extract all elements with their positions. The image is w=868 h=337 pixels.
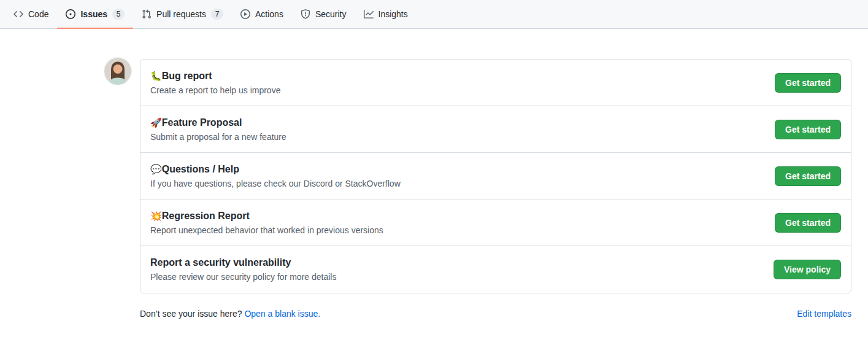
template-title: Report a security vulnerability <box>150 255 336 270</box>
tab-label: Pull requests <box>156 5 206 23</box>
code-icon <box>13 9 23 19</box>
template-text: 💥Regression Report Report unexpected beh… <box>150 209 383 237</box>
graph-icon <box>364 9 374 19</box>
open-blank-issue-link[interactable]: Open a blank issue. <box>244 309 320 319</box>
tab-pull-requests[interactable]: Pull requests 7 <box>133 0 232 28</box>
avatar <box>104 58 131 85</box>
play-icon <box>240 9 250 19</box>
get-started-button[interactable]: Get started <box>775 73 841 93</box>
tab-label: Security <box>315 5 347 23</box>
issue-template-list: 🐛Bug report Create a report to help us i… <box>140 59 851 293</box>
template-text: 💬Questions / Help If you have questions,… <box>150 162 401 190</box>
tab-security[interactable]: Security <box>292 0 355 28</box>
tab-code[interactable]: Code <box>5 0 57 28</box>
tab-label: Actions <box>255 5 283 23</box>
tab-label: Code <box>28 5 48 23</box>
issues-count-badge: 5 <box>112 9 125 20</box>
tab-actions[interactable]: Actions <box>232 0 292 28</box>
bug-emoji-icon: 🐛 <box>150 71 162 81</box>
issue-opened-icon <box>66 9 75 19</box>
blank-issue-prompt: Don’t see your issue here? Open a blank … <box>140 308 320 320</box>
template-description: Submit a proposal for a new feature <box>150 131 286 144</box>
tab-label: Issues <box>80 5 107 23</box>
template-row-feature-proposal: 🚀Feature Proposal Submit a proposal for … <box>140 106 851 153</box>
blank-issue-prompt-text: Don’t see your issue here? <box>140 309 242 319</box>
edit-templates-link[interactable]: Edit templates <box>797 308 851 320</box>
template-description: If you have questions, please check our … <box>150 177 401 190</box>
get-started-button[interactable]: Get started <box>775 213 841 233</box>
view-policy-button[interactable]: View policy <box>774 260 841 279</box>
template-description: Report unexpected behavior that worked i… <box>150 224 383 237</box>
template-title: 🐛Bug report <box>150 69 280 83</box>
template-description: Create a report to help us improve <box>150 84 280 97</box>
pull-request-icon <box>142 9 152 19</box>
template-text: 🚀Feature Proposal Submit a proposal for … <box>150 115 286 144</box>
get-started-button[interactable]: Get started <box>775 120 841 139</box>
shield-icon <box>301 9 310 19</box>
pull-requests-count-badge: 7 <box>211 9 223 20</box>
template-footer: Don’t see your issue here? Open a blank … <box>140 308 851 320</box>
tab-label: Insights <box>378 5 408 23</box>
template-text: 🐛Bug report Create a report to help us i… <box>150 69 280 97</box>
repo-nav: Code Issues 5 Pull requests 7 Actions Se… <box>0 0 868 29</box>
template-row-questions-help: 💬Questions / Help If you have questions,… <box>140 153 851 199</box>
template-title: 💬Questions / Help <box>150 162 401 177</box>
speech-balloon-emoji-icon: 💬 <box>150 164 162 174</box>
collision-emoji-icon: 💥 <box>150 211 162 221</box>
get-started-button[interactable]: Get started <box>775 166 841 186</box>
template-title: 🚀Feature Proposal <box>150 115 286 130</box>
rocket-emoji-icon: 🚀 <box>150 117 162 128</box>
template-row-regression-report: 💥Regression Report Report unexpected beh… <box>140 199 851 246</box>
template-title: 💥Regression Report <box>150 209 383 223</box>
tab-insights[interactable]: Insights <box>355 0 417 28</box>
template-description: Please review our security policy for mo… <box>150 271 336 284</box>
template-row-security-vulnerability: Report a security vulnerability Please r… <box>140 246 851 293</box>
template-text: Report a security vulnerability Please r… <box>150 255 336 284</box>
template-row-bug-report: 🐛Bug report Create a report to help us i… <box>140 60 851 106</box>
tab-issues[interactable]: Issues 5 <box>57 0 133 28</box>
